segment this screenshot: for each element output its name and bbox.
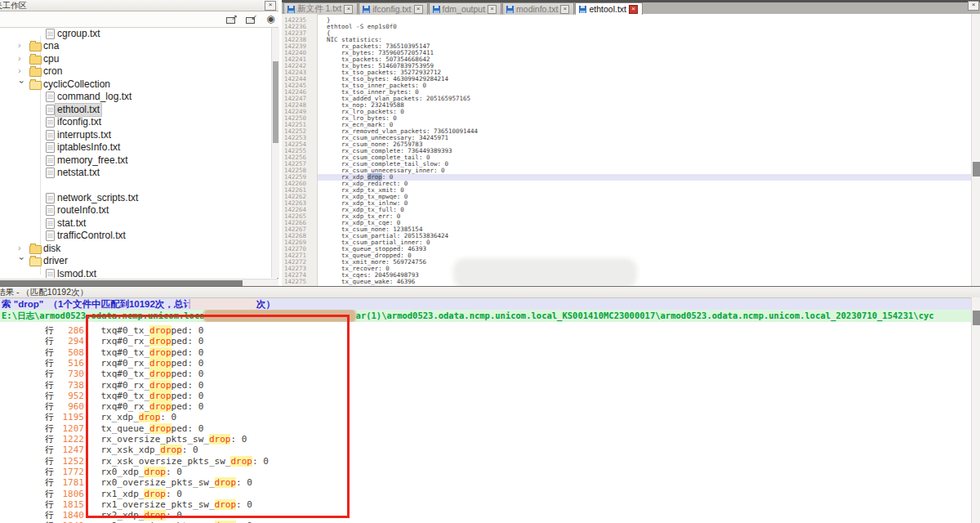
annotation-red-box — [86, 315, 350, 518]
chevron-expanded-icon[interactable]: › — [17, 257, 27, 266]
tree-item-label: network_scripts.txt — [57, 192, 138, 204]
floppy-icon — [363, 6, 370, 13]
editor-vertical-scrollbar[interactable] — [971, 14, 980, 286]
tree-item-label: cgroup.txt — [57, 28, 100, 40]
tree-item-label: disk — [43, 243, 60, 255]
file-icon — [46, 218, 55, 229]
tree-item-label: ifconfig.txt — [57, 116, 101, 128]
chevron-collapsed-icon[interactable]: › — [18, 40, 26, 50]
tree-item-label: stat.txt — [57, 217, 86, 230]
workspace-toolbar: ↗↙◉ — [0, 11, 278, 28]
tab-label: modinfo.txt — [516, 4, 558, 14]
tree-item-label: ethtool.txt — [56, 104, 101, 116]
file-icon — [46, 193, 55, 203]
tree-item-label: driver — [43, 255, 68, 267]
scrollbar-thumb[interactable] — [973, 162, 980, 177]
current-line-highlight — [318, 174, 971, 181]
file-path-suffix: ar(1)\armod0523.odata.ncmp.unicom.local_… — [356, 311, 934, 320]
tree-item-label: cna — [43, 40, 59, 52]
expand-all-icon[interactable]: ↗ — [225, 13, 238, 25]
results-vertical-scrollbar[interactable] — [971, 297, 980, 523]
file-icon — [46, 269, 55, 278]
floppy-icon — [506, 6, 514, 13]
tab-close-icon[interactable]: × — [344, 5, 353, 14]
tab-label: 新文件 1.txt — [297, 3, 341, 15]
tab-label: fdm_output — [443, 4, 486, 14]
tab-close-icon[interactable]: × — [414, 5, 423, 14]
editor-text-area[interactable]: 142235}142236ethtool -S enp1s0f0142237{1… — [282, 14, 971, 286]
search-summary-prefix: 索 "drop" （1个文件中匹配到10192次，总计 — [2, 299, 193, 309]
results-close-icon[interactable]: × — [968, 1, 979, 11]
censor-blob — [191, 298, 258, 309]
file-icon — [46, 168, 55, 178]
folder-icon — [29, 81, 42, 90]
file-icon — [46, 230, 55, 241]
file-icon — [46, 142, 55, 153]
file-icon — [46, 130, 55, 141]
chevron-expanded-icon[interactable]: › — [17, 81, 27, 89]
file-icon — [46, 105, 55, 115]
file-icon — [46, 29, 55, 39]
tree-item-label: interrupts.txt — [57, 129, 111, 141]
search-summary-suffix: 次） — [256, 299, 275, 309]
scrollbar-thumb[interactable] — [973, 311, 980, 325]
tree-item-label: trafficControl.txt — [57, 230, 126, 242]
file-icon — [46, 92, 55, 102]
file-icon — [46, 155, 55, 166]
tree-vertical-scrollbar[interactable] — [271, 28, 279, 278]
editor-tabbar: 新文件 1.txt×ifconfig.txt×fdm_output×modinf… — [282, 0, 980, 14]
tab-label: ifconfig.txt — [372, 4, 411, 14]
tab-close-icon[interactable]: × — [488, 5, 497, 14]
folder-icon — [29, 68, 42, 77]
floppy-icon — [579, 6, 586, 13]
locate-file-icon[interactable]: ◉ — [265, 13, 277, 25]
editor-tabs: 新文件 1.txt×ifconfig.txt×fdm_output×modinf… — [283, 2, 644, 14]
results-titlebar: 结果 - （匹配10192次） — [0, 287, 980, 298]
folder-icon — [29, 42, 42, 51]
chevron-collapsed-icon[interactable]: › — [18, 243, 26, 253]
tab-label: ethtool.txt — [589, 4, 626, 14]
tree-item-label: cpu — [43, 53, 59, 65]
tab-新文件-1.txt[interactable]: 新文件 1.txt× — [283, 2, 358, 15]
editor-line: ethtool -S enp1s0f0 — [327, 24, 397, 30]
workspace-panel: 夹工作区 × ↗↙◉ cgroup.txt›cna›cpu›cron›cycli… — [0, 0, 278, 286]
chevron-collapsed-icon[interactable]: › — [18, 53, 26, 63]
scrollbar-thumb[interactable] — [273, 61, 278, 143]
workspace-titlebar: 夹工作区 — [0, 0, 278, 11]
workspace-tree[interactable]: cgroup.txt›cna›cpu›cron›cyclicCollection… — [0, 28, 270, 278]
tree-item-label: routeInfo.txt — [57, 204, 109, 217]
file-icon — [46, 117, 55, 127]
workspace-close-icon[interactable]: × — [265, 1, 276, 11]
collapse-all-icon[interactable]: ↙ — [245, 13, 257, 25]
tree-item-label: cyclicCollection — [43, 78, 110, 91]
tab-fdm_output[interactable]: fdm_output× — [429, 2, 502, 15]
search-summary: 索 "drop" （1个文件中匹配到10192次，总计次） — [0, 298, 971, 310]
tree-item-label: lsmod.txt — [57, 268, 96, 278]
scrollbar-thumb[interactable] — [0, 280, 243, 286]
chevron-collapsed-icon[interactable]: › — [18, 65, 26, 75]
tree-item-label: memory_free.txt — [57, 154, 128, 167]
tab-ifconfig.txt[interactable]: ifconfig.txt× — [359, 2, 427, 15]
app-window: 夹工作区 × ↗↙◉ cgroup.txt›cna›cpu›cron›cycli… — [0, 0, 980, 523]
tree-item-label: command_log.txt — [57, 91, 131, 103]
folder-icon — [29, 257, 42, 266]
editor-line: tx_queue_wake: 46396 — [327, 279, 415, 285]
folder-icon — [29, 245, 42, 254]
line-number: 142275 — [284, 279, 306, 285]
tree-item-label: netstat.txt — [57, 167, 100, 179]
floppy-icon — [433, 6, 440, 13]
floppy-icon — [287, 6, 295, 13]
censor-blob — [457, 262, 633, 284]
tab-modinfo.txt[interactable]: modinfo.txt× — [502, 2, 574, 15]
folder-icon — [29, 56, 42, 65]
tab-close-icon[interactable]: × — [629, 5, 638, 14]
workspace-title: 夹工作区 — [0, 0, 27, 11]
tree-item-label: cron — [43, 65, 62, 78]
tab-ethtool.txt[interactable]: ethtool.txt× — [575, 2, 643, 15]
results-title: 结果 - （匹配10192次） — [0, 287, 88, 298]
tab-close-icon[interactable]: × — [560, 5, 569, 14]
tree-item-label: iptablesInfo.txt — [57, 141, 120, 154]
file-icon — [46, 205, 55, 216]
